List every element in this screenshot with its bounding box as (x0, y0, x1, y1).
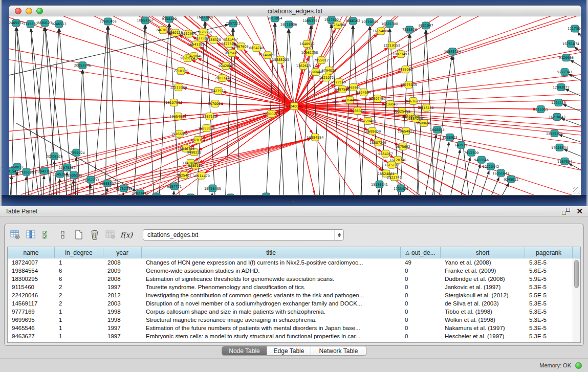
column-header[interactable]: year (103, 247, 142, 258)
table-cell: Structural magnetic resonance image aver… (142, 317, 401, 323)
graph-node-label: 20691406 (100, 19, 117, 24)
import-table-icon[interactable] (104, 228, 117, 242)
graph-node-label: 9242848 (219, 64, 233, 68)
table-cell: 14569117 (8, 300, 55, 307)
new-table-icon[interactable] (72, 228, 85, 242)
table-selector-dropdown[interactable]: citations_edges.txt (143, 229, 344, 240)
table-header-row: namein_degreeyeartitle△out_de...shortpag… (8, 247, 580, 258)
tab-node-table[interactable]: Node Table (222, 346, 267, 355)
window-title: citations_edges.txt (9, 7, 581, 15)
table-row[interactable]: 946362711997Embryonic stem cells: a mode… (8, 332, 573, 340)
graph-node-label: 2718176 (173, 69, 188, 73)
network-canvas[interactable]: 2405572111568788601239246513206914061055… (9, 16, 581, 195)
graph-node-label: 8427552 (211, 89, 226, 93)
graph-node-label: 10973493 (393, 52, 409, 56)
table-cell: 0 (401, 268, 441, 274)
column-header[interactable]: short (441, 247, 525, 258)
column-header[interactable]: name (8, 247, 55, 258)
table-cell: 18724007 (8, 259, 55, 266)
graph-node-label: 8854749 (249, 46, 264, 50)
table-row[interactable]: 2242004622012Investigating the contribut… (8, 291, 573, 299)
table-cell: 9115460 (8, 284, 55, 290)
memory-status-indicator[interactable] (575, 362, 582, 369)
table-row[interactable]: 946554611997Estimation of the future num… (8, 324, 573, 332)
graph-node-label: 9146821 (260, 53, 275, 57)
scrollbar-thumb[interactable] (574, 260, 579, 288)
table-cell: 6 (55, 268, 103, 274)
memory-status-label: Memory: OK (539, 362, 571, 368)
column-visibility-icon[interactable] (25, 228, 38, 242)
graph-node[interactable] (187, 194, 194, 195)
status-bar: Memory: OK (0, 358, 588, 372)
table-row[interactable]: 1456911722003Disruption of a novel membe… (8, 299, 573, 308)
column-header[interactable]: in_degree (55, 247, 103, 258)
window-resize-grip[interactable] (573, 187, 580, 194)
table-cell: 5.5E-5 (525, 292, 573, 298)
table-row[interactable]: 969969511998Structural magnetic resonanc… (8, 316, 573, 324)
graph-node-label: 3624554 (356, 91, 371, 95)
column-header[interactable]: pagerank (525, 247, 573, 258)
graph-node-label: 1640954 (430, 128, 445, 132)
vertical-scrollbar[interactable] (573, 258, 580, 342)
tab-network-table[interactable]: Network Table (311, 346, 366, 355)
table-cell: 2 (55, 300, 103, 307)
table-cell: 5.3E-5 (525, 317, 573, 323)
graph-node-label: 647919 (455, 143, 468, 147)
graph-node-label: 11254808 (329, 23, 346, 27)
table-cell: 2008 (103, 259, 142, 266)
table-row[interactable]: 1938455462009Genome-wide association stu… (8, 267, 573, 275)
window-titlebar[interactable]: citations_edges.txt (9, 6, 581, 16)
graph-node-label: 16848784 (444, 50, 461, 54)
tab-edge-table[interactable]: Edge Table (267, 346, 311, 355)
graph-node[interactable] (227, 194, 234, 195)
graph-node-label: 8938923 (443, 136, 458, 140)
table-row[interactable]: 977716911998Corpus callosum shape and si… (8, 308, 573, 316)
graph-node-label: 7986372 (350, 109, 365, 113)
graph-node-label: 20206526 (46, 155, 63, 159)
graph-node-label: 8860123 (37, 21, 52, 25)
close-window-button[interactable] (15, 8, 21, 14)
graph-node-label: 12042757 (36, 169, 53, 173)
float-panel-icon[interactable] (562, 208, 570, 215)
graph-node-label: 10975887 (59, 166, 76, 170)
row-select-icon[interactable] (40, 228, 54, 242)
table-row[interactable]: 1830029562008Estimation of significance … (8, 275, 573, 283)
graph-node-label: 1170064 (208, 102, 223, 106)
table-settings-icon[interactable] (9, 228, 22, 242)
graph-node-label: 19654985 (169, 115, 186, 119)
traffic-lights (15, 8, 43, 14)
close-panel-icon[interactable]: ✕ (576, 208, 583, 215)
column-header-label: short (476, 249, 490, 256)
graph-node-label: 1244415 (551, 101, 566, 105)
graph-node-label: 9465546 (474, 158, 489, 162)
network-view-window[interactable]: citations_edges.txt 24055721115687886012… (9, 5, 581, 195)
graph-node-label: 16671388 (381, 22, 398, 26)
graph-node-label: 10025458 (394, 110, 410, 114)
table-row[interactable]: 1872400712008Changes of HCN gene express… (8, 258, 573, 267)
column-header[interactable]: title (142, 247, 401, 258)
table-row[interactable]: 911546021997Tourette syndrome. Phenomeno… (8, 283, 573, 291)
pane-collapse-arrow-icon[interactable]: ▸ (1, 166, 3, 170)
row-height-icon[interactable] (56, 228, 70, 242)
graph-node-label: 10688609 (364, 129, 381, 134)
table-cell: 0 (401, 292, 441, 298)
zoom-window-button[interactable] (36, 8, 43, 14)
label-layer: 2405572111568788601239246513206914061055… (9, 16, 581, 195)
graph-node-label: 16782759 (115, 187, 132, 191)
column-header[interactable]: △out_de... (401, 247, 441, 258)
graph-node-label: 2015467 (223, 37, 238, 41)
network-canvas-svg[interactable]: 2405572111568788601239246513206914061055… (9, 16, 581, 195)
minimize-window-button[interactable] (26, 8, 32, 14)
function-builder-icon[interactable]: f(x) (120, 228, 133, 242)
graph-node-label: 17359924 (68, 151, 85, 155)
table-cell: 18300295 (8, 276, 55, 282)
delete-table-icon[interactable] (88, 228, 101, 242)
table-cell: 5.3E-5 (525, 300, 573, 307)
graph-node-label: 8215955 (533, 107, 548, 112)
graph-node-label: 12213384 (170, 85, 187, 90)
application-window: ▸ citations_edges.txt (0, 0, 588, 372)
table-cell: 49 (401, 259, 441, 266)
graph-node-label: 1117304 (568, 27, 581, 31)
table-cell: Tourette syndrome. Phenomenology and cla… (142, 284, 401, 290)
graph-node-label: 16120746 (389, 158, 406, 162)
